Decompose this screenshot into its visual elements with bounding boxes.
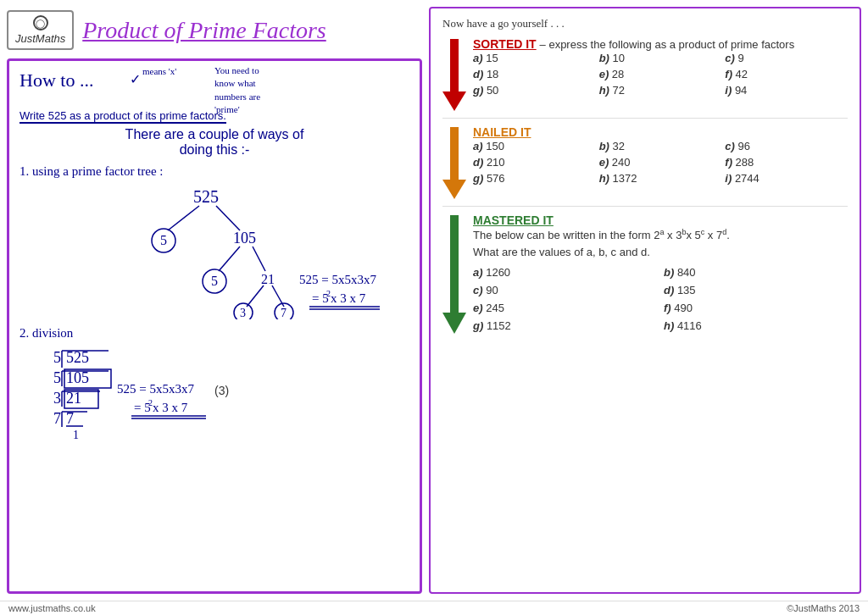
nailed-arrow-col [442,125,466,199]
annotation-means-x: means 'x' [142,66,176,76]
svg-text:105: 105 [66,369,89,386]
sorted-c: c) 9 [725,51,848,65]
nailed-e: e) 240 [599,155,722,169]
write-example: Write 525 as a product of its prime fact… [19,109,226,124]
svg-text:5: 5 [53,369,61,386]
logo-circle: ◯ [33,15,48,30]
sorted-content: SORTED IT – express the following as a p… [473,37,848,97]
sorted-e: e) 28 [599,67,722,81]
nailed-h: h) 1372 [599,171,722,186]
divider-1 [442,118,848,119]
nailed-d: d) 210 [473,155,596,169]
logo-text: JustMaths [15,32,65,45]
couple-ways: There are a couple of ways ofdoing this … [19,127,409,158]
svg-line-6 [219,247,240,271]
sorted-f: f) 42 [725,67,848,81]
mastered-c: c) 90 [473,283,657,297]
svg-rect-54 [450,215,459,313]
nailed-arrow-icon [442,127,466,199]
left-panel: ◯ JustMaths Product of Prime Factors How… [7,7,422,594]
sorted-badge: SORTED IT [473,37,537,51]
svg-rect-52 [450,127,459,180]
mastered-g: g) 1152 [473,319,657,333]
howto-box: How to ... means 'x' You need toknow wha… [7,58,422,594]
nailed-b: b) 32 [599,139,722,153]
factor-tree-area: 525 5 105 5 [53,184,409,319]
nailed-section: NAILED IT a) 150 b) 32 c) 96 d) 210 e) 2… [442,125,848,199]
main-content: ◯ JustMaths Product of Prime Factors How… [0,0,868,601]
sorted-b: b) 10 [599,51,722,65]
svg-marker-53 [442,180,466,199]
svg-text:x 3 x 7: x 3 x 7 [153,401,188,414]
mastered-f: f) 490 [664,301,848,315]
header-area: ◯ JustMaths Product of Prime Factors [7,7,422,53]
mastered-content: MASTERED IT The below can be written in … [473,213,848,333]
annotation-you-need: You need toknow whatnumbers are'prime' [214,64,260,117]
sorted-section: SORTED IT – express the following as a p… [442,37,848,111]
method1-label: 1. using a prime factor tree : [19,164,409,179]
svg-text:1: 1 [73,429,79,441]
mastered-d: d) 135 [664,283,848,297]
nailed-f: f) 288 [725,155,848,169]
nailed-content: NAILED IT a) 150 b) 32 c) 96 d) 210 e) 2… [473,125,848,186]
mastered-desc: The below can be written in the form 2a … [473,227,848,260]
method2-label: 2. division [19,326,409,341]
sorted-a: a) 15 [473,51,596,65]
mastered-a: a) 1260 [473,265,657,280]
page-title: Product of Prime Factors [82,17,326,44]
svg-marker-55 [442,313,466,334]
footer-right: ©JustMaths 2013 [787,603,860,613]
mastered-problems: a) 1260 b) 840 c) 90 d) 135 e) 245 f) 49… [473,265,848,333]
svg-text:525: 525 [193,187,219,206]
nailed-c: c) 96 [725,139,848,153]
mastered-arrow-icon [442,215,466,334]
mastered-arrow-col [442,213,466,334]
howto-title: How to ... [19,69,93,91]
sorted-g: g) 50 [473,83,596,97]
svg-text:7: 7 [53,410,61,427]
svg-marker-51 [442,91,466,111]
sorted-header: SORTED IT – express the following as a p… [442,37,848,111]
footer: www.justmaths.co.uk ©JustMaths 2013 [0,601,868,615]
svg-line-1 [168,206,199,230]
logo-box: ◯ JustMaths [7,10,74,50]
svg-rect-50 [450,39,459,91]
sorted-desc: – express the following as a product of … [540,38,795,51]
sorted-problems: a) 15 b) 10 c) 9 d) 18 e) 28 f) 42 g) 50… [473,51,848,97]
svg-text:x 3 x 7: x 3 x 7 [331,291,366,305]
nailed-header: NAILED IT a) 150 b) 32 c) 96 d) 210 e) 2… [442,125,848,199]
svg-text:3: 3 [240,307,246,319]
divider-2 [442,206,848,207]
svg-text:5: 5 [160,233,167,247]
mastered-h: h) 4116 [664,319,848,333]
svg-text:(3): (3) [214,384,229,397]
svg-line-2 [216,206,240,230]
now-text: Now have a go yourself . . . [442,17,848,30]
mastered-b: b) 840 [664,265,848,280]
right-panel: Now have a go yourself . . . SORTED IT –… [429,7,861,594]
svg-text:5: 5 [211,274,218,288]
sorted-arrow-col [442,37,466,111]
mastered-section: MASTERED IT The below can be written in … [442,213,848,334]
svg-line-11 [247,285,264,307]
sorted-i: i) 94 [725,83,848,97]
mastered-header: MASTERED IT The below can be written in … [442,213,848,334]
svg-line-7 [253,247,265,271]
nailed-g: g) 576 [473,171,596,186]
page: ◯ JustMaths Product of Prime Factors How… [0,0,868,615]
svg-text:525: 525 [66,349,89,366]
checkmark-icon: ✓ [130,71,141,87]
svg-text:5: 5 [53,349,61,366]
nailed-a: a) 150 [473,139,596,153]
nailed-problems: a) 150 b) 32 c) 96 d) 210 e) 240 f) 288 … [473,139,848,186]
footer-left: www.justmaths.co.uk [8,603,96,613]
factor-tree-svg: 525 5 105 5 [53,184,409,319]
svg-text:105: 105 [233,230,256,247]
division-area: 5 525 5 105 3 [19,344,409,490]
svg-text:21: 21 [66,390,81,407]
svg-text:525 = 5x5x3x7: 525 = 5x5x3x7 [117,382,194,396]
sorted-arrow-icon [442,39,466,111]
mastered-e: e) 245 [473,301,657,315]
svg-text:21: 21 [261,272,275,286]
mastered-badge: MASTERED IT [473,213,848,227]
